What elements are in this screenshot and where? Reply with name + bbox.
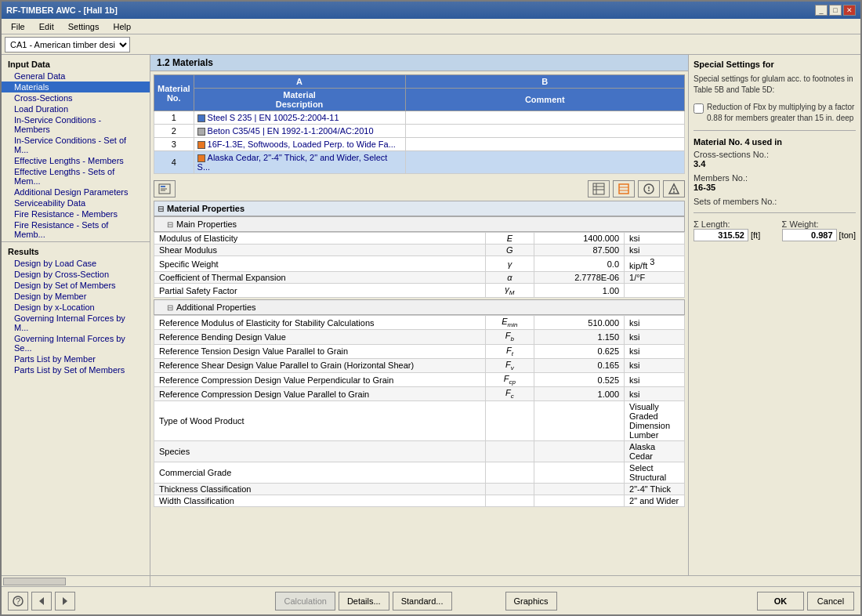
prev-button[interactable] (31, 592, 52, 611)
prop-label-fcp: Reference Compression Design Value Perpe… (154, 372, 486, 386)
prop-additional-section[interactable]: ⊟ Additional Properties (154, 299, 685, 315)
cross-sections-value: 3.4 (694, 159, 856, 168)
bottom-bar: ? Calculation Details... Standard... Gra… (2, 586, 860, 614)
mat-no-1: 1 (154, 111, 194, 125)
help-button[interactable]: ? (8, 592, 28, 611)
mat-no-2: 2 (154, 125, 194, 138)
mat-name-1[interactable]: Steel S 235 | EN 10025-2:2004-11 (194, 111, 405, 125)
next-button[interactable] (55, 592, 75, 611)
prop-label-gamma-m: Partial Safety Factor (154, 284, 486, 298)
sets-row: Sets of members No.: (694, 197, 856, 206)
table-row[interactable]: 2 Beton C35/45 | EN 1992-1-1:2004/AC:201… (154, 125, 685, 138)
col-header-comment: Comment (405, 89, 684, 111)
sum-length: Σ Length: 315.52 [ft] (694, 219, 760, 241)
btn-icon-1[interactable] (588, 180, 610, 197)
design-case-dropdown[interactable]: CA1 - American timber design (5, 37, 130, 53)
sidebar-item-parts-list-sets[interactable]: Parts List by Set of Members (2, 364, 150, 375)
mat-used-title: Material No. 4 used in (694, 137, 856, 147)
prop-row: Reference Compression Design Value Paral… (154, 387, 685, 401)
mat-name-4[interactable]: Alaska Cedar, 2"-4" Thick, 2" and Wider,… (194, 151, 405, 174)
window-title: RF-TIMBER AWC - [Hall 1b] (6, 5, 118, 15)
menu-edit[interactable]: Edit (33, 20, 60, 33)
sidebar-item-eff-lengths-sets[interactable]: Effective Lengths - Sets of Mem... (2, 166, 150, 187)
main-content: Input Data General Data Materials Cross-… (2, 55, 860, 575)
svg-point-15 (673, 191, 675, 193)
svg-text:?: ? (16, 596, 20, 606)
prop-unit-fv: ksi (625, 358, 685, 372)
sidebar-item-eff-lengths-members[interactable]: Effective Lengths - Members (2, 155, 150, 166)
menu-help[interactable]: Help (107, 20, 137, 33)
maximize-button[interactable]: □ (829, 5, 842, 16)
checkbox-label[interactable]: Reduction of Fbx by multiplying by a fac… (707, 102, 856, 124)
sidebar-item-general-data[interactable]: General Data (2, 71, 150, 82)
prop-row: Reference Tension Design Value Parallel … (154, 344, 685, 358)
sidebar-item-load-duration[interactable]: Load Duration (2, 103, 150, 114)
ok-button[interactable]: OK (757, 592, 804, 611)
btn-icon-4[interactable] (663, 180, 685, 197)
sidebar-item-additional-params[interactable]: Additional Design Parameters (2, 187, 150, 197)
prop-symbol-grade (486, 462, 534, 484)
sidebar-item-in-service-sets[interactable]: In-Service Conditions - Set of M... (2, 135, 150, 155)
import-button[interactable] (154, 180, 176, 197)
prop-symbol-gamma: γ (486, 256, 534, 272)
reduction-checkbox[interactable] (694, 103, 704, 114)
btn-icon-3[interactable] (638, 180, 660, 197)
prop-value-species (534, 441, 624, 462)
divider-2 (694, 212, 856, 213)
sidebar-item-gov-internal-sets[interactable]: Governing Internal Forces by Se... (2, 333, 150, 353)
prop-main-section[interactable]: ⊟ Main Properties (154, 216, 685, 232)
menu-settings[interactable]: Settings (62, 20, 106, 33)
table-row[interactable]: 1 Steel S 235 | EN 10025-2:2004-11 (154, 111, 685, 125)
prop-unit-species: Alaska Cedar (625, 441, 685, 462)
sidebar-item-fire-members[interactable]: Fire Resistance - Members (2, 208, 150, 219)
sidebar-item-design-load-case[interactable]: Design by Load Case (2, 258, 150, 269)
prop-title-text: Material Properties (167, 204, 244, 213)
col-header-material: MaterialDescription (194, 89, 405, 111)
svg-rect-1 (161, 186, 165, 187)
btn-icon-2[interactable] (613, 180, 635, 197)
close-button[interactable]: ✕ (843, 5, 856, 16)
details-button[interactable]: Details... (339, 592, 389, 611)
calculation-button[interactable]: Calculation (275, 592, 335, 611)
prop-value-grade (534, 462, 624, 484)
right-panel-title: Special Settings for (694, 60, 856, 69)
table-row[interactable]: 3 16F-1.3E, Softwoods, Loaded Perp. to W… (154, 138, 685, 151)
table-row-selected[interactable]: 4 Alaska Cedar, 2"-4" Thick, 2" and Wide… (154, 151, 685, 174)
title-bar: RF-TIMBER AWC - [Hall 1b] _ □ ✕ (2, 2, 860, 19)
mat-name-3[interactable]: 16F-1.3E, Softwoods, Loaded Perp. to Wid… (194, 138, 405, 151)
mat-name-2[interactable]: Beton C35/45 | EN 1992-1-1:2004/AC:2010 (194, 125, 405, 138)
prop-label-width: Width Classification (154, 495, 486, 507)
prop-value-gamma: 0.0 (534, 256, 624, 272)
minimize-button[interactable]: _ (815, 5, 828, 16)
sum-weight: Σ Weight: 0.987 [ton] (782, 219, 856, 241)
prop-value-thickness (534, 484, 624, 495)
sidebar-item-fire-sets[interactable]: Fire Resistance - Sets of Memb... (2, 219, 150, 240)
sidebar-item-in-service-members[interactable]: In-Service Conditions - Members (2, 114, 150, 135)
sidebar-item-cross-sections[interactable]: Cross-Sections (2, 92, 150, 103)
prop-unit-width: 2" and Wider (625, 495, 685, 507)
table-icon-1 (592, 183, 605, 195)
menu-bar: File Edit Settings Help (2, 19, 860, 34)
sidebar-item-gov-internal-members[interactable]: Governing Internal Forces by M... (2, 313, 150, 333)
cross-sections-label: Cross-sections No.: (694, 150, 856, 159)
prop-main-title[interactable]: ⊟ Material Properties (154, 201, 685, 216)
cancel-button[interactable]: Cancel (807, 592, 854, 611)
sidebar-item-serviceability[interactable]: Serviceability Data (2, 197, 150, 208)
prop-unit-fcp: ksi (625, 372, 685, 386)
graphics-button[interactable]: Graphics (505, 592, 557, 611)
sidebar-item-design-set-members[interactable]: Design by Set of Members (2, 280, 150, 291)
menu-file[interactable]: File (5, 20, 31, 33)
sidebar-item-design-cross-section[interactable]: Design by Cross-Section (2, 269, 150, 280)
sidebar-item-materials[interactable]: Materials (2, 82, 150, 92)
prop-row: Species Alaska Cedar (154, 441, 685, 462)
sidebar-scrollbar[interactable] (2, 576, 150, 586)
sidebar-item-design-x-location[interactable]: Design by x-Location (2, 302, 150, 313)
sidebar-item-design-member[interactable]: Design by Member (2, 291, 150, 302)
standard-button[interactable]: Standard... (393, 592, 452, 611)
color-swatch-4 (197, 154, 205, 162)
sidebar-item-parts-list-member[interactable]: Parts List by Member (2, 353, 150, 364)
prop-label-fc: Reference Compression Design Value Paral… (154, 387, 486, 401)
right-panel-note: Special settings for glulam acc. to foot… (694, 74, 856, 96)
scroll-thumb[interactable] (3, 578, 66, 585)
prop-row: Reference Bending Design Value Fb 1.150 … (154, 330, 685, 344)
